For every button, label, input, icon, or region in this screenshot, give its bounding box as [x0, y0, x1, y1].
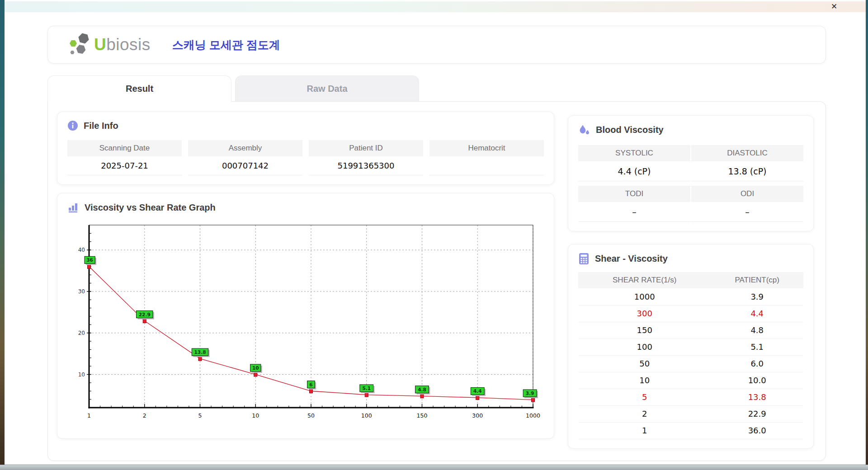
- app-title: 스캐닝 모세관 점도계: [172, 38, 280, 52]
- table-cell: 10.0: [711, 372, 803, 389]
- left-column: File Info Scanning Date 2025-07-21 Assem…: [57, 112, 554, 449]
- table-cell: 4.8: [711, 322, 803, 338]
- table-cell: 1000: [578, 288, 711, 305]
- field-value: 2025-07-21: [67, 156, 182, 175]
- window-bottom-edge: [0, 465, 868, 470]
- blood-viscosity-title: Blood Viscosity: [596, 125, 664, 135]
- svg-text:22.9: 22.9: [139, 312, 151, 317]
- droplets-icon: [578, 124, 590, 136]
- field-value: [429, 156, 544, 175]
- table-row: 1504.8: [578, 322, 803, 338]
- table-cell: 36.0: [711, 422, 803, 439]
- graph-title-row: Viscosity vs Shear Rate Graph: [67, 202, 544, 213]
- table-cell: 50: [578, 355, 711, 372]
- table-row: 506.0: [578, 355, 803, 372]
- title-bar: ✕: [5, 1, 866, 12]
- svg-text:13.8: 13.8: [194, 349, 206, 355]
- diastolic-label: DIASTOLIC: [691, 145, 803, 161]
- table-cell: 300: [578, 305, 711, 322]
- odi-label: ODI: [691, 186, 803, 202]
- todi-value: –: [578, 202, 690, 222]
- svg-text:10: 10: [252, 412, 259, 419]
- table-cell: 3.9: [711, 288, 803, 305]
- shear-viscosity-title-row: Shear - Viscosity: [578, 253, 803, 265]
- col-patient: PATIENT(cp): [711, 272, 803, 288]
- table-row: 1010.0: [578, 372, 803, 389]
- bar-chart-icon: [67, 202, 79, 213]
- svg-text:150: 150: [417, 412, 428, 419]
- result-content: File Info Scanning Date 2025-07-21 Assem…: [47, 101, 826, 461]
- todi-label: TODI: [578, 186, 690, 202]
- shear-viscosity-title: Shear - Viscosity: [595, 254, 668, 264]
- svg-text:1: 1: [87, 412, 91, 419]
- graph-title: Viscosity vs Shear Rate Graph: [85, 202, 216, 213]
- field-patient-id: Patient ID 51991365300: [309, 140, 423, 175]
- shear-viscosity-panel: Shear - Viscosity SHEAR RATE(1/s) PATIEN…: [568, 244, 814, 449]
- table-row: 222.9: [578, 405, 803, 422]
- svg-text:30: 30: [78, 288, 85, 295]
- table-cell: 4.4: [711, 305, 803, 322]
- file-info-fields: Scanning Date 2025-07-21 Assembly 000707…: [67, 140, 544, 175]
- tab-bar: Result Raw Data: [47, 75, 826, 102]
- app-window: ✕ Ubiosis 스캐닝 모세관 점도계 Result Raw Data: [5, 0, 866, 465]
- tab-result[interactable]: Result: [47, 75, 231, 102]
- hexagon-logo-icon: [68, 32, 92, 58]
- svg-text:5: 5: [198, 412, 202, 419]
- svg-text:100: 100: [361, 412, 372, 419]
- svg-text:4.4: 4.4: [473, 388, 482, 394]
- right-column: Blood Viscosity SYSTOLIC DIASTOLIC 4.4 (…: [568, 112, 814, 449]
- file-info-title: File Info: [84, 121, 118, 131]
- systolic-value: 4.4 (cP): [578, 161, 690, 181]
- close-icon[interactable]: ✕: [829, 2, 840, 12]
- table-row: 136.0: [578, 422, 803, 439]
- graph-panel: Viscosity vs Shear Rate Graph 1020304012…: [57, 193, 554, 439]
- table-cell: 5.1: [711, 338, 803, 355]
- table-row: 3004.4: [578, 305, 803, 322]
- svg-text:40: 40: [78, 247, 85, 253]
- table-cell: 100: [578, 338, 711, 355]
- diastolic-value: 13.8 (cP): [691, 161, 803, 181]
- svg-text:1000: 1000: [526, 412, 540, 419]
- svg-text:2: 2: [143, 412, 146, 419]
- field-label: Patient ID: [309, 140, 423, 156]
- field-scanning-date: Scanning Date 2025-07-21: [67, 140, 182, 175]
- svg-text:4.8: 4.8: [418, 387, 426, 392]
- blood-viscosity-title-row: Blood Viscosity: [578, 124, 803, 136]
- field-hematocrit: Hematocrit: [429, 140, 544, 175]
- svg-text:3.9: 3.9: [526, 390, 534, 396]
- bv-grid-top: SYSTOLIC DIASTOLIC 4.4 (cP) 13.8 (cP): [578, 145, 803, 181]
- tab-raw-data[interactable]: Raw Data: [235, 75, 419, 102]
- table-cell: 150: [578, 322, 711, 338]
- svg-text:5.1: 5.1: [362, 385, 371, 391]
- table-row: 513.8: [578, 389, 803, 405]
- info-icon: [67, 120, 78, 131]
- header-card: Ubiosis 스캐닝 모세관 점도계: [47, 26, 826, 64]
- table-cell: 13.8: [711, 389, 803, 405]
- field-assembly: Assembly 000707142: [188, 140, 302, 175]
- svg-text:20: 20: [78, 330, 85, 336]
- systolic-label: SYSTOLIC: [578, 145, 690, 161]
- table-row: 10003.9: [578, 288, 803, 305]
- file-info-panel: File Info Scanning Date 2025-07-21 Assem…: [57, 112, 554, 185]
- svg-text:10: 10: [78, 371, 85, 378]
- table-cell: 10: [578, 372, 711, 389]
- viscosity-chart: 10203040125105010015030010003622.913.810…: [67, 220, 544, 429]
- svg-text:50: 50: [307, 412, 315, 419]
- field-label: Assembly: [188, 140, 302, 156]
- svg-text:300: 300: [472, 412, 483, 419]
- table-cell: 5: [578, 389, 711, 405]
- page: Ubiosis 스캐닝 모세관 점도계 Result Raw Data: [5, 12, 866, 461]
- table-cell: 1: [578, 422, 711, 439]
- file-info-title-row: File Info: [67, 120, 544, 131]
- svg-text:10: 10: [252, 365, 259, 371]
- field-label: Scanning Date: [67, 140, 182, 156]
- field-label: Hematocrit: [429, 140, 544, 156]
- odi-value: –: [691, 202, 803, 222]
- field-value: 000707142: [188, 156, 302, 175]
- svg-text:6: 6: [309, 382, 312, 387]
- table-cell: 6.0: [711, 355, 803, 372]
- ubiosis-logo: Ubiosis: [68, 32, 151, 58]
- shear-viscosity-table: SHEAR RATE(1/s) PATIENT(cp) 10003.93004.…: [578, 272, 803, 439]
- calculator-icon: [578, 253, 590, 265]
- table-cell: 22.9: [711, 405, 803, 422]
